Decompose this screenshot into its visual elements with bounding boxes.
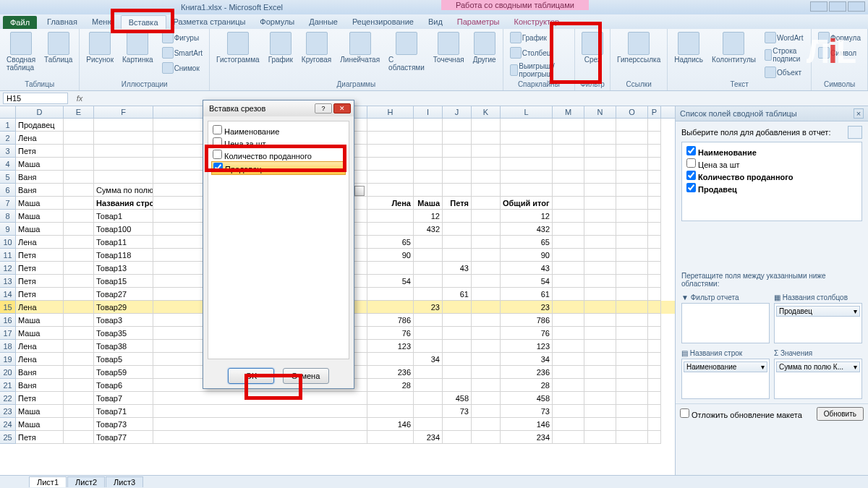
- ribbon-WordArt[interactable]: WordArt: [762, 30, 807, 45]
- ribbon-С областями[interactable]: Собластями: [386, 30, 427, 73]
- formula-bar: H15 fx: [0, 91, 868, 106]
- column-header[interactable]: I: [414, 106, 443, 118]
- ribbon-Гиперссылка[interactable]: Гиперссылка: [615, 30, 663, 65]
- column-header[interactable]: D: [16, 106, 64, 118]
- tab-Формулы[interactable]: Формулы: [252, 15, 302, 29]
- ribbon-Сводная таблица[interactable]: Своднаятаблица: [4, 30, 38, 73]
- sheet-tab-bar: Лист1 Лист2 Лист3: [0, 475, 868, 488]
- column-header[interactable]: F: [94, 106, 153, 118]
- column-header[interactable]: E: [64, 106, 94, 118]
- table-row[interactable]: 25ПетяТовар77234234: [0, 431, 675, 444]
- drag-prompt: Перетащите поля между указанными ниже об…: [681, 272, 862, 288]
- defer-update-checkbox[interactable]: Отложить обновление макета: [680, 408, 802, 419]
- sheet-tab[interactable]: Лист1: [29, 476, 67, 487]
- ribbon-Рисунок[interactable]: Рисунок: [84, 30, 116, 65]
- ribbon: СводнаятаблицаТаблицаТаблицыРисунокКарти…: [0, 29, 868, 91]
- tab-Конструктор[interactable]: Конструктор: [506, 15, 566, 29]
- ribbon-Другие[interactable]: Другие: [471, 30, 498, 65]
- ribbon-Фигуры[interactable]: Фигуры: [160, 30, 205, 45]
- ribbon-Таблица[interactable]: Таблица: [42, 30, 75, 65]
- column-header[interactable]: K: [472, 106, 501, 118]
- update-button[interactable]: Обновить: [817, 407, 864, 421]
- select-all-corner[interactable]: [0, 106, 16, 118]
- ribbon-Столбец[interactable]: Столбец: [508, 46, 570, 60]
- table-row[interactable]: 22ПетяТовар7458458: [0, 392, 675, 405]
- fx-label[interactable]: fx: [71, 94, 88, 103]
- ribbon-Картинка[interactable]: Картинка: [120, 30, 156, 65]
- tab-Главная[interactable]: Главная: [40, 15, 85, 29]
- watermark-logo: ЛiL: [807, 32, 855, 71]
- ribbon-Объект[interactable]: Объект: [762, 65, 807, 80]
- ribbon-Круговая[interactable]: Круговая: [299, 30, 333, 65]
- area-values[interactable]: Σ Значения Сумма по полю К...▾: [774, 348, 862, 399]
- field-pane-title: Список полей сводной таблицы: [680, 109, 797, 118]
- dialog-help-icon[interactable]: ?: [315, 103, 332, 114]
- fieldlist-Продавец[interactable]: Продавец: [685, 182, 859, 194]
- cancel-button[interactable]: Отмена: [283, 368, 329, 384]
- column-header[interactable]: L: [501, 106, 553, 118]
- ribbon-tabs: Файл ГлавнаяМенюВставкаРазметка страницы…: [0, 14, 868, 29]
- column-header[interactable]: J: [443, 106, 472, 118]
- column-header[interactable]: N: [584, 106, 616, 118]
- minimize-button[interactable]: [810, 1, 827, 12]
- area-chip[interactable]: Продавец▾: [776, 306, 860, 317]
- area-chip[interactable]: Наименование▾: [684, 361, 767, 372]
- sheet-tab[interactable]: Лист2: [67, 476, 105, 487]
- ok-button[interactable]: OK: [228, 368, 274, 384]
- ribbon-Колонтитулы[interactable]: Колонтитулы: [710, 30, 758, 65]
- ribbon-Гистограмма[interactable]: Гистограмма: [214, 30, 262, 65]
- dialog-field-Наименование[interactable]: Наименование: [211, 124, 346, 137]
- sheet-tab[interactable]: Лист3: [106, 476, 143, 487]
- ribbon-Срез[interactable]: Срез: [579, 30, 605, 65]
- ribbon-Строка подписи[interactable]: Строка подписи: [762, 46, 807, 64]
- table-row[interactable]: 24МашаТовар73146146: [0, 418, 675, 431]
- area-report-filter[interactable]: ▼ Фильтр отчета: [681, 292, 770, 343]
- tab-file[interactable]: Файл: [3, 16, 37, 29]
- area-column-labels[interactable]: ▦ Названия столбцов Продавец▾: [774, 292, 862, 343]
- ribbon-Снимок[interactable]: Снимок: [160, 61, 205, 75]
- ribbon-График[interactable]: График: [508, 30, 570, 45]
- window-title-bar: Книга1.xlsx - Microsoft Excel Работа со …: [0, 0, 868, 14]
- dialog-field-Цена за шт[interactable]: Цена за шт: [211, 137, 346, 149]
- area-row-labels[interactable]: ▤ Названия строк Наименование▾: [681, 348, 770, 399]
- dialog-title: Вставка срезов: [209, 104, 265, 113]
- window-buttons: [810, 1, 865, 12]
- ribbon-SmartArt[interactable]: SmartArt: [160, 46, 205, 60]
- column-header[interactable]: P: [648, 106, 661, 118]
- tab-Разметка страницы[interactable]: Разметка страницы: [166, 15, 253, 29]
- fieldlist-Цена за шт[interactable]: Цена за шт: [685, 158, 859, 170]
- field-list[interactable]: Наименование Цена за шт Количество прода…: [681, 142, 862, 221]
- pivot-field-list-pane: Список полей сводной таблицы × Выберите …: [675, 106, 868, 475]
- dialog-field-Количество проданного[interactable]: Количество проданного: [211, 149, 346, 161]
- contextual-tab-title: Работа со сводными таблицами: [441, 0, 589, 10]
- dialog-close-icon[interactable]: ✕: [333, 103, 351, 114]
- name-box[interactable]: H15: [3, 93, 68, 104]
- table-row[interactable]: 23МашаТовар717373: [0, 405, 675, 418]
- column-header[interactable]: M: [553, 106, 584, 118]
- tab-Параметры[interactable]: Параметры: [450, 15, 507, 29]
- fieldlist-Наименование[interactable]: Наименование: [685, 145, 859, 158]
- column-header[interactable]: H: [367, 106, 414, 118]
- ribbon-Линейчатая[interactable]: Линейчатая: [338, 30, 382, 65]
- ribbon-Точечная[interactable]: Точечная: [431, 30, 467, 65]
- fieldlist-Количество проданного[interactable]: Количество проданного: [685, 170, 859, 182]
- tab-Вид[interactable]: Вид: [421, 15, 450, 29]
- insert-slicers-dialog: Вставка срезов ? ✕ Наименование Цена за …: [203, 100, 354, 389]
- tab-Данные[interactable]: Данные: [302, 15, 345, 29]
- dialog-field-list[interactable]: Наименование Цена за шт Количество прода…: [208, 121, 349, 359]
- ribbon-График[interactable]: График: [266, 30, 295, 65]
- dialog-field-Продавец[interactable]: Продавец: [211, 161, 346, 175]
- area-chip[interactable]: Сумма по полю К...▾: [776, 361, 860, 372]
- tab-Рецензирование[interactable]: Рецензирование: [345, 15, 421, 29]
- maximize-button[interactable]: [829, 1, 846, 12]
- ribbon-Надпись[interactable]: Надпись: [672, 30, 705, 65]
- layout-button-icon[interactable]: [848, 126, 862, 139]
- column-header[interactable]: O: [616, 106, 648, 118]
- app-title: Книга1.xlsx - Microsoft Excel: [181, 3, 283, 12]
- tab-Меню[interactable]: Меню: [85, 15, 121, 29]
- close-button[interactable]: [848, 1, 865, 12]
- ribbon-Выигрыш / проигрыш[interactable]: Выигрыш / проигрыш: [508, 61, 570, 80]
- chevron-down-icon[interactable]: [354, 186, 365, 196]
- tab-Вставка[interactable]: Вставка: [121, 15, 166, 29]
- field-pane-close-icon[interactable]: ×: [854, 108, 864, 119]
